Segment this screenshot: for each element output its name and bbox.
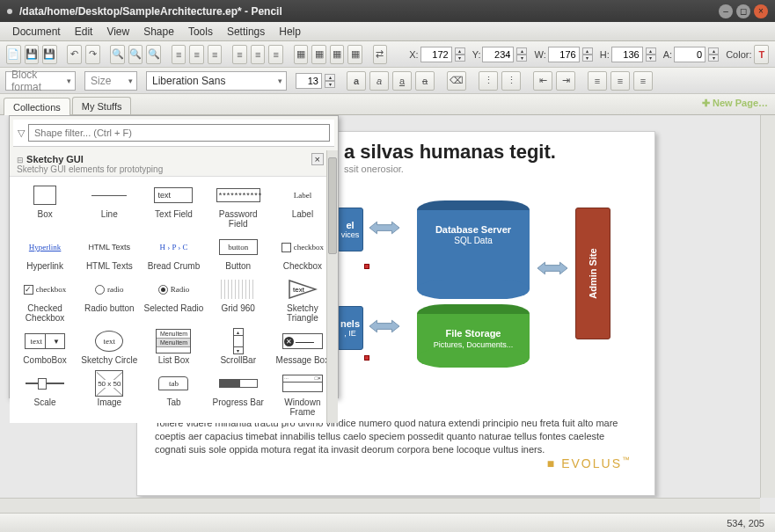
shape-label[interactable]: LabelLabel	[271, 180, 334, 231]
shape-password-field[interactable]: ***********Password Field	[207, 180, 270, 231]
menu-shape[interactable]: Shape	[136, 24, 181, 40]
a-spinner[interactable]: ▴▾	[708, 47, 719, 62]
shape-message-box[interactable]: ✕———Message Box	[271, 326, 334, 368]
align-middle-icon[interactable]: ≡	[251, 45, 266, 64]
shape-button[interactable]: buttonButton	[207, 232, 270, 273]
arrow-icon[interactable]	[369, 218, 399, 237]
shape-bread-crumb[interactable]: H › P › CBread Crumb	[142, 232, 205, 273]
shape-checkbox[interactable]: checkboxCheckbox	[271, 232, 334, 273]
panel-scrollbar[interactable]	[326, 150, 338, 423]
menu-settings[interactable]: Settings	[220, 24, 272, 40]
strike-icon[interactable]: a	[415, 71, 435, 91]
shape-progress-bar[interactable]: Progress Bar	[207, 368, 270, 419]
text-align-left-icon[interactable]: ≡	[588, 71, 607, 91]
selection-handle[interactable]	[364, 355, 369, 361]
shape-selected-radio[interactable]: RadioSelected Radio	[142, 274, 205, 325]
zoom-reset-icon[interactable]: 🔍	[128, 45, 143, 64]
shape-group-header[interactable]: ⊟ Sketchy GUI × Sketchy GUI elements for…	[10, 150, 338, 177]
shape-image[interactable]: 50 x 50Image	[77, 368, 141, 419]
y-spinner[interactable]: ▴▾	[516, 47, 527, 62]
underline-icon[interactable]: a	[392, 71, 412, 91]
list-bullet-icon[interactable]: ⋮	[479, 71, 498, 91]
maximize-button[interactable]: ◻	[736, 4, 750, 18]
text-color-icon[interactable]: T	[754, 45, 769, 64]
shape-box-2[interactable]: nels , IE	[337, 306, 363, 350]
shape-list-box[interactable]: MenuItemMenuItemList Box	[142, 326, 205, 368]
y-input[interactable]	[482, 47, 514, 62]
menu-document[interactable]: Document	[5, 24, 68, 40]
font-size-spinner[interactable]: ▴▾	[325, 74, 335, 88]
list-number-icon[interactable]: ⋮	[501, 71, 521, 91]
w-input[interactable]	[548, 47, 580, 62]
shape-text-field[interactable]: textText Field	[142, 180, 205, 231]
shape-scale[interactable]: Scale	[13, 368, 77, 419]
zoom-in-icon[interactable]: 🔍	[146, 45, 161, 64]
shape-scrollbar[interactable]: ▴▾ScrollBar	[207, 326, 270, 368]
shape-box-1[interactable]: el vices	[337, 208, 363, 251]
shape-sketchy-circle[interactable]: textSketchy Circle	[77, 326, 141, 368]
bring-front-icon[interactable]: ▦	[294, 45, 309, 64]
shape-filestorage[interactable]: File StoragePictures, Documents...	[417, 304, 530, 368]
collapse-icon[interactable]: ⊟	[17, 156, 24, 164]
shape-combobox[interactable]: text▼ComboBox	[13, 326, 77, 368]
undo-icon[interactable]: ↶	[67, 45, 82, 64]
zoom-out-icon[interactable]: 🔍	[110, 45, 125, 64]
align-bottom-icon[interactable]: ≡	[268, 45, 283, 64]
shape-database[interactable]: Database ServerSQL Data	[417, 200, 530, 299]
new-doc-icon[interactable]: 📄	[6, 45, 21, 64]
shape-grid-960[interactable]: Grid 960	[207, 274, 270, 325]
tab-collections[interactable]: Collections	[4, 98, 70, 115]
font-family-select[interactable]: Liberation Sans	[146, 71, 287, 91]
align-center-icon[interactable]: ≡	[189, 45, 204, 64]
minimize-button[interactable]: –	[719, 4, 733, 18]
italic-icon[interactable]: a	[369, 71, 389, 91]
redo-icon[interactable]: ↷	[85, 45, 100, 64]
text-align-right-icon[interactable]: ≡	[633, 71, 653, 91]
menu-edit[interactable]: Edit	[68, 24, 100, 40]
new-page-button[interactable]: ✚ New Page…	[702, 98, 768, 109]
shape-checked-checkbox[interactable]: ✓checkboxChecked Checkbox	[13, 274, 77, 325]
font-size-select[interactable]: Size	[84, 71, 137, 91]
align-left-icon[interactable]: ≡	[172, 45, 186, 64]
bring-forward-icon[interactable]: ▦	[311, 45, 326, 64]
shape-filter-input[interactable]	[28, 124, 330, 142]
close-button[interactable]: ×	[754, 4, 768, 18]
group-close-button[interactable]: ×	[311, 153, 324, 165]
save-icon[interactable]: 💾	[25, 45, 40, 64]
shape-box[interactable]: Box	[13, 180, 77, 231]
outdent-icon[interactable]: ⇤	[533, 71, 552, 91]
x-spinner[interactable]: ▴▾	[455, 47, 465, 62]
block-format-select[interactable]: Block format	[5, 71, 76, 91]
bold-icon[interactable]: a	[347, 71, 366, 91]
w-spinner[interactable]: ▴▾	[582, 47, 593, 62]
shape-hyperlink[interactable]: HyperlinkHyperlink	[13, 232, 77, 273]
send-back-icon[interactable]: ▦	[347, 45, 362, 64]
menu-help[interactable]: Help	[272, 24, 308, 40]
shape-line[interactable]: Line	[77, 180, 141, 231]
horizontal-scrollbar[interactable]	[0, 498, 760, 513]
menu-view[interactable]: View	[99, 24, 136, 40]
arrow-icon[interactable]	[537, 259, 567, 278]
h-input[interactable]	[611, 47, 643, 62]
tab-mystuffs[interactable]: My Stuffs	[72, 97, 132, 114]
h-spinner[interactable]: ▴▾	[646, 47, 656, 62]
shape-radio-button[interactable]: radioRadio button	[77, 274, 141, 325]
shape-html-texts[interactable]: HTML TextsHTML Texts	[77, 232, 141, 273]
text-align-center-icon[interactable]: ≡	[610, 71, 630, 91]
shape-windown-frame[interactable]: ···□×Windown Frame	[271, 368, 334, 419]
align-right-icon[interactable]: ≡	[208, 45, 223, 64]
send-backward-icon[interactable]: ▦	[330, 45, 345, 64]
distribute-h-icon[interactable]: ⇄	[373, 45, 388, 64]
align-top-icon[interactable]: ≡	[232, 45, 247, 64]
clear-format-icon[interactable]: ⌫	[447, 71, 466, 91]
arrow-icon[interactable]	[369, 317, 399, 336]
selection-handle[interactable]	[364, 264, 369, 269]
save-as-icon[interactable]: 💾	[42, 45, 57, 64]
indent-icon[interactable]: ⇥	[556, 71, 575, 91]
vertical-scrollbar[interactable]	[760, 115, 775, 498]
menu-tools[interactable]: Tools	[181, 24, 220, 40]
a-input[interactable]	[674, 47, 706, 62]
shape-admin[interactable]: Admin Site	[575, 208, 610, 339]
shape-sketchy-triangle[interactable]: textSketchy Triangle	[271, 274, 334, 325]
x-input[interactable]	[420, 47, 452, 62]
